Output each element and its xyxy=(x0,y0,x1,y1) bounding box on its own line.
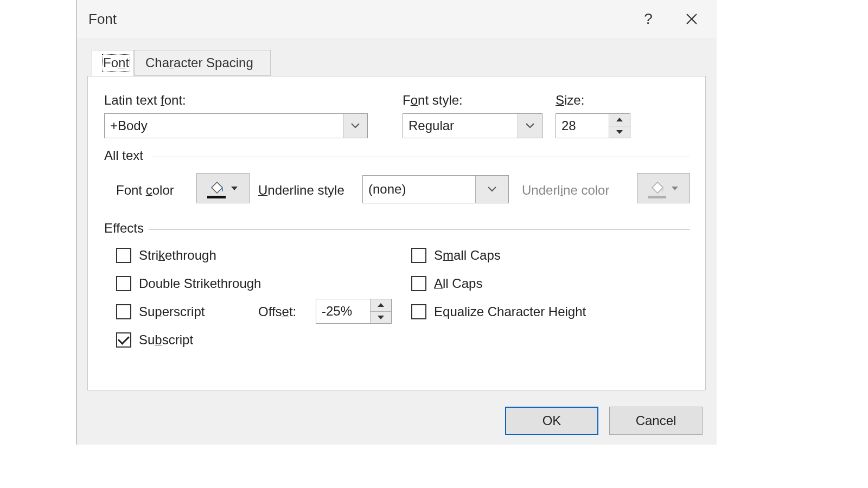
checkbox-icon xyxy=(411,304,426,319)
equalize-height-checkbox[interactable]: Equalize Character Height xyxy=(411,304,586,319)
tabbar: Font Character Spacing xyxy=(87,50,706,77)
all-caps-label: All Caps xyxy=(434,276,482,291)
latin-font-label: Latin text font: xyxy=(104,93,186,108)
titlebar: Font ? xyxy=(76,0,717,38)
tab-font[interactable]: Font xyxy=(92,50,134,76)
double-strikethrough-checkbox[interactable]: Double Strikethrough xyxy=(116,276,261,291)
effects-group-label: Effects xyxy=(104,221,144,236)
paint-bucket-icon xyxy=(649,180,665,196)
all-text-group-label: All text xyxy=(104,148,143,163)
latin-font-dropdown-button[interactable] xyxy=(343,114,367,138)
cancel-label: Cancel xyxy=(636,413,676,428)
dropdown-arrow-icon xyxy=(672,187,678,190)
help-icon: ? xyxy=(644,10,653,28)
superscript-checkbox[interactable]: Superscript xyxy=(116,304,205,319)
latin-font-combo[interactable]: +Body xyxy=(104,113,368,138)
all-caps-checkbox[interactable]: All Caps xyxy=(411,276,482,291)
close-icon xyxy=(686,13,698,25)
close-button[interactable] xyxy=(675,5,708,33)
checkbox-icon xyxy=(116,276,131,291)
underline-color-label: Underline color xyxy=(522,183,609,198)
underline-style-label: Underline style xyxy=(258,183,344,198)
font-style-label: Font style: xyxy=(403,93,463,108)
paint-bucket-icon xyxy=(208,180,225,196)
chevron-down-icon xyxy=(525,123,535,129)
triangle-up-icon xyxy=(378,303,384,307)
dropdown-arrow-icon xyxy=(231,187,238,190)
tab-spacing-label: Character Spacing xyxy=(145,55,253,70)
font-dialog: Font ? Font Character Spacing Latin text… xyxy=(76,0,717,445)
font-color-button[interactable] xyxy=(196,173,250,203)
underline-style-value: (none) xyxy=(363,182,475,197)
size-label: Size: xyxy=(556,93,584,108)
font-style-value: Regular xyxy=(403,118,518,133)
ok-label: OK xyxy=(542,413,561,428)
size-spin-buttons xyxy=(609,114,630,138)
double-strikethrough-label: Double Strikethrough xyxy=(139,276,261,291)
strikethrough-label: Strikethrough xyxy=(139,248,216,263)
underline-style-combo[interactable]: (none) xyxy=(362,175,509,203)
font-style-dropdown-button[interactable] xyxy=(518,114,542,138)
help-button[interactable]: ? xyxy=(632,5,665,33)
small-caps-label: Small Caps xyxy=(434,248,501,263)
cancel-button[interactable]: Cancel xyxy=(609,407,703,435)
size-down-button[interactable] xyxy=(609,126,630,138)
font-style-combo[interactable]: Regular xyxy=(403,113,542,138)
all-text-divider xyxy=(153,157,690,157)
size-up-button[interactable] xyxy=(609,114,630,126)
checkbox-icon xyxy=(116,332,131,348)
tab-font-label: Font xyxy=(103,55,129,70)
offset-down-button[interactable] xyxy=(371,312,391,324)
offset-spinner[interactable]: -25% xyxy=(316,299,392,324)
effects-divider xyxy=(149,229,690,230)
tab-character-spacing[interactable]: Character Spacing xyxy=(134,50,271,76)
checkbox-icon xyxy=(411,248,426,263)
ok-button[interactable]: OK xyxy=(505,407,598,435)
equalize-height-label: Equalize Character Height xyxy=(434,304,586,319)
subscript-checkbox[interactable]: Subscript xyxy=(116,332,193,348)
checkbox-icon xyxy=(411,276,426,291)
dialog-title: Font xyxy=(88,11,621,28)
offset-spin-buttons xyxy=(370,299,391,323)
chevron-down-icon xyxy=(487,186,497,192)
checkbox-icon xyxy=(116,304,131,319)
triangle-down-icon xyxy=(616,130,623,134)
underline-style-dropdown-button[interactable] xyxy=(475,176,508,203)
font-color-label: Font color xyxy=(116,183,174,198)
checkbox-icon xyxy=(116,248,131,263)
offset-value: -25% xyxy=(316,304,370,319)
subscript-label: Subscript xyxy=(139,332,193,348)
size-spinner[interactable]: 28 xyxy=(556,113,630,138)
strikethrough-checkbox[interactable]: Strikethrough xyxy=(116,248,216,263)
superscript-label: Superscript xyxy=(139,304,205,319)
latin-font-value: +Body xyxy=(105,118,343,133)
small-caps-checkbox[interactable]: Small Caps xyxy=(411,248,501,263)
chevron-down-icon xyxy=(350,123,360,129)
underline-color-button[interactable] xyxy=(637,173,690,203)
font-panel: Latin text font: Font style: Size: +Body… xyxy=(87,76,706,390)
triangle-up-icon xyxy=(616,118,623,121)
triangle-down-icon xyxy=(378,316,384,319)
size-value: 28 xyxy=(556,118,609,133)
offset-label: Offset: xyxy=(258,304,296,319)
offset-up-button[interactable] xyxy=(371,299,391,312)
